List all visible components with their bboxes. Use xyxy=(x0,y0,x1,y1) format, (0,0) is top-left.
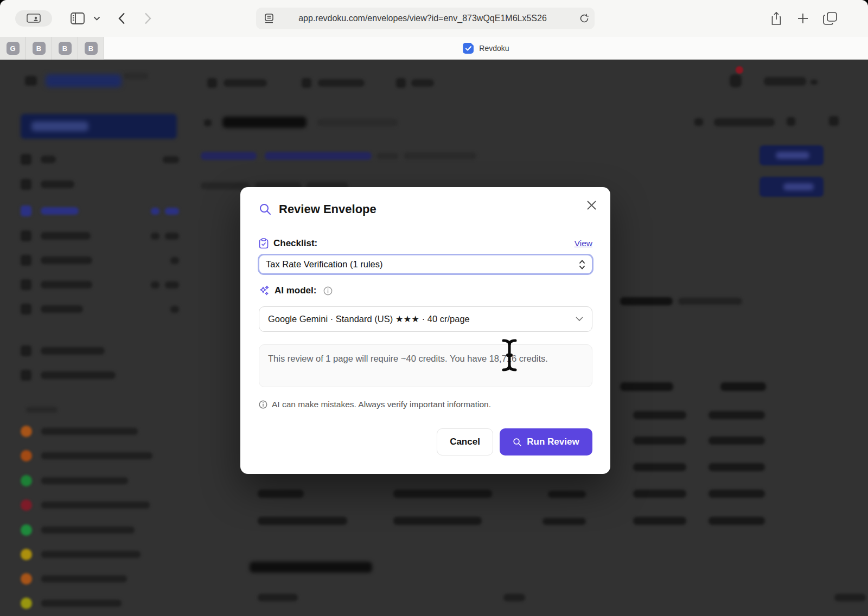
action-button-redacted[interactable] xyxy=(760,177,824,197)
pinned-tab-1[interactable]: G xyxy=(0,37,26,60)
label-item-redacted[interactable] xyxy=(21,545,179,563)
dialog-title: Review Envelope xyxy=(279,202,376,216)
pinned-tab-2[interactable]: B xyxy=(26,37,52,60)
profile-name-redacted[interactable] xyxy=(764,77,806,86)
label-dot xyxy=(21,598,32,609)
tab-overview-button[interactable] xyxy=(821,10,839,27)
sidebar-item-icon xyxy=(21,304,31,315)
tabs-icon xyxy=(823,12,837,25)
sidebar-item-redacted[interactable] xyxy=(21,227,179,245)
redacted-text xyxy=(41,156,56,163)
checklist-label: Checklist: xyxy=(273,238,317,249)
reload-button[interactable] xyxy=(575,8,593,29)
redacted-text xyxy=(41,502,150,509)
rev-nav-icon-redacted[interactable] xyxy=(787,117,795,126)
sidebar-item-redacted[interactable] xyxy=(21,251,179,270)
table-cell-redacted xyxy=(393,490,492,498)
revdoku-favicon xyxy=(463,43,474,54)
ai-model-row: AI model: xyxy=(259,285,592,296)
select-stepper-icon xyxy=(579,259,585,270)
sidebar-item-redacted[interactable] xyxy=(21,175,179,194)
close-button[interactable] xyxy=(585,199,597,211)
label-item-redacted[interactable] xyxy=(21,496,179,514)
action-button-redacted[interactable] xyxy=(760,145,824,165)
nav-tab-redacted[interactable] xyxy=(411,79,434,87)
sidebar-primary-button-redacted[interactable] xyxy=(21,114,177,139)
label-dot xyxy=(21,573,32,585)
sidebar-menu-chevron[interactable] xyxy=(92,15,101,22)
count-badge-redacted xyxy=(163,156,179,163)
info-icon xyxy=(259,400,267,409)
sidebar-icon xyxy=(71,12,85,24)
rev-nav-icon-redacted[interactable] xyxy=(694,118,703,126)
url-text: app.revdoku.com/envelopes/view?id=env_87… xyxy=(275,14,571,23)
label-item-redacted[interactable] xyxy=(21,446,179,465)
checklist-select[interactable]: Tax Rate Verification (1 rules) xyxy=(258,254,593,275)
table-cell-redacted xyxy=(709,463,765,471)
new-tab-button[interactable] xyxy=(795,11,810,26)
sidebar-item-icon xyxy=(21,230,31,241)
table-cell-redacted xyxy=(393,517,482,525)
ai-model-label: AI model: xyxy=(275,285,316,296)
sidebar-item-redacted[interactable] xyxy=(21,300,179,318)
sidebar-item-redacted[interactable] xyxy=(21,366,179,384)
ai-model-select[interactable]: Google Gemini · Standard (US) ★★★ · 40 c… xyxy=(259,306,592,332)
redacted-text xyxy=(41,575,127,582)
link-redacted[interactable] xyxy=(201,152,257,160)
label-item-redacted[interactable] xyxy=(21,521,179,539)
page-settings-icon[interactable] xyxy=(264,14,275,23)
redacted-text xyxy=(41,371,116,379)
sidebar-item-redacted[interactable] xyxy=(21,342,179,360)
tab-title: Revdoku xyxy=(479,44,509,53)
table-cell-redacted xyxy=(709,411,765,419)
labels-section-header-redacted xyxy=(26,407,58,413)
more-options-redacted[interactable] xyxy=(829,116,839,126)
disclaimer-text: AI can make mistakes. Always verify impo… xyxy=(272,400,491,409)
sidebar-item-redacted[interactable] xyxy=(21,275,179,294)
clipboard-check-icon xyxy=(259,238,269,249)
count-badge-redacted xyxy=(151,233,159,240)
label-item-redacted[interactable] xyxy=(21,471,179,490)
pinned-tab-3[interactable]: B xyxy=(52,37,78,60)
share-button[interactable] xyxy=(768,10,784,27)
table-cell-redacted xyxy=(633,490,686,498)
active-tab-revdoku[interactable]: Revdoku xyxy=(104,37,868,60)
sidebar-item-redacted[interactable] xyxy=(21,150,179,169)
table-cell-redacted xyxy=(709,437,765,445)
label-item-redacted[interactable] xyxy=(21,422,179,440)
run-review-button[interactable]: Run Review xyxy=(500,428,592,455)
label-dot xyxy=(21,524,32,536)
label-item-redacted[interactable] xyxy=(21,594,179,612)
profile-chevron-redacted[interactable] xyxy=(810,80,818,85)
info-icon[interactable] xyxy=(323,286,333,296)
doc-chevron-redacted[interactable] xyxy=(204,119,212,126)
tab-bar: G B B B Revdoku xyxy=(0,37,868,60)
count-badge-redacted xyxy=(165,233,179,240)
count-badge-redacted xyxy=(151,281,159,288)
menu-icon[interactable] xyxy=(25,76,37,86)
view-checklist-link[interactable]: View xyxy=(575,239,592,248)
review-envelope-dialog: Review Envelope Checklist: View Tax Rate… xyxy=(240,187,610,474)
link-redacted[interactable] xyxy=(265,152,372,160)
cancel-button[interactable]: Cancel xyxy=(437,428,493,455)
pinned-tabs: G B B B xyxy=(0,37,104,60)
search-icon xyxy=(513,438,522,447)
plus-icon xyxy=(797,13,808,24)
table-cell-redacted xyxy=(548,491,586,498)
notifications-bell-redacted[interactable] xyxy=(730,74,742,87)
label-item-redacted[interactable] xyxy=(21,569,179,588)
address-bar[interactable]: app.revdoku.com/envelopes/view?id=env_87… xyxy=(256,8,595,29)
table-cell-redacted xyxy=(258,490,304,498)
redacted-text xyxy=(678,298,742,305)
forward-button[interactable] xyxy=(140,11,155,26)
nav-tab-redacted[interactable] xyxy=(318,79,365,87)
sidebar-item-active-redacted[interactable] xyxy=(21,202,179,220)
redacted-text xyxy=(41,477,128,484)
sidebar-toggle-button[interactable] xyxy=(69,11,86,25)
pinned-tab-4[interactable]: B xyxy=(78,37,104,60)
profile-tab-group-button[interactable] xyxy=(15,10,52,27)
table-cell-redacted xyxy=(633,463,686,471)
chevron-down-icon xyxy=(93,16,100,21)
back-button[interactable] xyxy=(114,11,129,26)
nav-tab-redacted[interactable] xyxy=(224,79,267,87)
